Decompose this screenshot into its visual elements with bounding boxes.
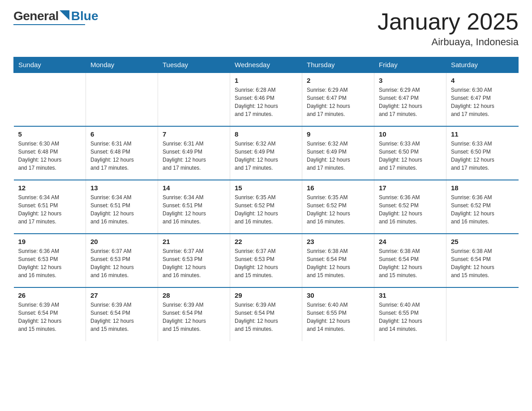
svg-marker-0 — [60, 10, 69, 20]
calendar-cell: 27Sunrise: 6:39 AMSunset: 6:54 PMDayligh… — [86, 287, 158, 341]
calendar-cell: 13Sunrise: 6:34 AMSunset: 6:51 PMDayligh… — [86, 180, 158, 234]
day-info: Sunrise: 6:39 AMSunset: 6:54 PMDaylight:… — [90, 301, 153, 333]
calendar-week-row: 1Sunrise: 6:28 AMSunset: 6:46 PMDaylight… — [14, 73, 519, 126]
day-info: Sunrise: 6:40 AMSunset: 6:55 PMDaylight:… — [307, 301, 369, 333]
day-number: 26 — [18, 291, 82, 299]
logo: General Blue — [13, 9, 98, 25]
logo-general-text: General — [13, 9, 59, 23]
day-number: 27 — [90, 291, 153, 299]
day-number: 24 — [379, 238, 442, 245]
day-number: 16 — [307, 184, 369, 192]
location-title: Airbuaya, Indonesia — [378, 36, 519, 48]
day-info: Sunrise: 6:31 AMSunset: 6:49 PMDaylight:… — [163, 140, 225, 172]
calendar-week-row: 26Sunrise: 6:39 AMSunset: 6:54 PMDayligh… — [14, 287, 519, 341]
day-info: Sunrise: 6:40 AMSunset: 6:55 PMDaylight:… — [379, 301, 442, 333]
day-info: Sunrise: 6:39 AMSunset: 6:54 PMDaylight:… — [18, 301, 82, 333]
day-number: 10 — [379, 130, 442, 138]
calendar-cell — [86, 73, 158, 126]
day-number: 22 — [235, 238, 297, 245]
calendar-cell: 5Sunrise: 6:30 AMSunset: 6:48 PMDaylight… — [14, 126, 86, 180]
day-number: 17 — [379, 184, 442, 192]
calendar-cell: 29Sunrise: 6:39 AMSunset: 6:54 PMDayligh… — [230, 287, 302, 341]
day-number: 13 — [90, 184, 153, 192]
page-header: General Blue January 2025 Airbuaya, Indo… — [13, 9, 519, 48]
day-info: Sunrise: 6:36 AMSunset: 6:52 PMDaylight:… — [379, 193, 442, 226]
day-number: 18 — [451, 184, 514, 192]
day-info: Sunrise: 6:35 AMSunset: 6:52 PMDaylight:… — [235, 193, 297, 226]
calendar-cell: 1Sunrise: 6:28 AMSunset: 6:46 PMDaylight… — [230, 73, 302, 126]
day-number: 5 — [18, 130, 82, 138]
day-number: 30 — [307, 291, 369, 299]
calendar-cell: 19Sunrise: 6:36 AMSunset: 6:53 PMDayligh… — [14, 234, 86, 287]
calendar-header-thursday: Thursday — [302, 57, 374, 73]
day-info: Sunrise: 6:29 AMSunset: 6:47 PMDaylight:… — [379, 86, 442, 118]
day-info: Sunrise: 6:32 AMSunset: 6:49 PMDaylight:… — [307, 140, 369, 172]
calendar-cell: 21Sunrise: 6:37 AMSunset: 6:53 PMDayligh… — [158, 234, 230, 287]
calendar-cell — [158, 73, 230, 126]
day-number: 8 — [235, 130, 297, 138]
calendar-cell: 7Sunrise: 6:31 AMSunset: 6:49 PMDaylight… — [158, 126, 230, 180]
day-number: 23 — [307, 238, 369, 245]
day-number: 1 — [235, 77, 297, 84]
day-info: Sunrise: 6:32 AMSunset: 6:49 PMDaylight:… — [235, 140, 297, 172]
calendar-cell: 10Sunrise: 6:33 AMSunset: 6:50 PMDayligh… — [374, 126, 446, 180]
day-number: 7 — [163, 130, 225, 138]
calendar-cell: 17Sunrise: 6:36 AMSunset: 6:52 PMDayligh… — [374, 180, 446, 234]
logo-triangle-icon — [60, 10, 69, 20]
day-info: Sunrise: 6:37 AMSunset: 6:53 PMDaylight:… — [90, 247, 153, 279]
calendar-cell: 14Sunrise: 6:34 AMSunset: 6:51 PMDayligh… — [158, 180, 230, 234]
calendar-header-saturday: Saturday — [446, 57, 519, 73]
day-info: Sunrise: 6:33 AMSunset: 6:50 PMDaylight:… — [451, 140, 514, 172]
logo-blue-text: Blue — [71, 9, 99, 23]
day-number: 20 — [90, 238, 153, 245]
calendar-header-wednesday: Wednesday — [230, 57, 302, 73]
calendar-cell: 16Sunrise: 6:35 AMSunset: 6:52 PMDayligh… — [302, 180, 374, 234]
day-info: Sunrise: 6:34 AMSunset: 6:51 PMDaylight:… — [90, 193, 153, 226]
calendar-cell: 8Sunrise: 6:32 AMSunset: 6:49 PMDaylight… — [230, 126, 302, 180]
calendar-header-sunday: Sunday — [14, 57, 86, 73]
calendar-cell: 31Sunrise: 6:40 AMSunset: 6:55 PMDayligh… — [374, 287, 446, 341]
day-info: Sunrise: 6:34 AMSunset: 6:51 PMDaylight:… — [163, 193, 225, 226]
day-number: 11 — [451, 130, 514, 138]
day-number: 12 — [18, 184, 82, 192]
day-info: Sunrise: 6:37 AMSunset: 6:53 PMDaylight:… — [163, 247, 225, 279]
day-info: Sunrise: 6:35 AMSunset: 6:52 PMDaylight:… — [307, 193, 369, 226]
calendar-week-row: 19Sunrise: 6:36 AMSunset: 6:53 PMDayligh… — [14, 234, 519, 287]
day-info: Sunrise: 6:37 AMSunset: 6:53 PMDaylight:… — [235, 247, 297, 279]
day-number: 25 — [451, 238, 514, 245]
calendar-cell: 6Sunrise: 6:31 AMSunset: 6:48 PMDaylight… — [86, 126, 158, 180]
day-number: 19 — [18, 238, 82, 245]
calendar-cell: 11Sunrise: 6:33 AMSunset: 6:50 PMDayligh… — [446, 126, 519, 180]
day-number: 31 — [379, 291, 442, 299]
day-info: Sunrise: 6:39 AMSunset: 6:54 PMDaylight:… — [235, 301, 297, 333]
day-number: 21 — [163, 238, 225, 245]
calendar-week-row: 5Sunrise: 6:30 AMSunset: 6:48 PMDaylight… — [14, 126, 519, 180]
day-number: 6 — [90, 130, 153, 138]
day-info: Sunrise: 6:38 AMSunset: 6:54 PMDaylight:… — [379, 247, 442, 279]
day-info: Sunrise: 6:38 AMSunset: 6:54 PMDaylight:… — [307, 247, 369, 279]
calendar-cell: 23Sunrise: 6:38 AMSunset: 6:54 PMDayligh… — [302, 234, 374, 287]
calendar-cell: 3Sunrise: 6:29 AMSunset: 6:47 PMDaylight… — [374, 73, 446, 126]
day-info: Sunrise: 6:36 AMSunset: 6:52 PMDaylight:… — [451, 193, 514, 226]
day-info: Sunrise: 6:34 AMSunset: 6:51 PMDaylight:… — [18, 193, 82, 226]
day-info: Sunrise: 6:30 AMSunset: 6:48 PMDaylight:… — [18, 140, 82, 172]
calendar-cell: 24Sunrise: 6:38 AMSunset: 6:54 PMDayligh… — [374, 234, 446, 287]
calendar-week-row: 12Sunrise: 6:34 AMSunset: 6:51 PMDayligh… — [14, 180, 519, 234]
day-number: 2 — [307, 77, 369, 84]
calendar-cell: 22Sunrise: 6:37 AMSunset: 6:53 PMDayligh… — [230, 234, 302, 287]
day-info: Sunrise: 6:29 AMSunset: 6:47 PMDaylight:… — [307, 86, 369, 118]
day-info: Sunrise: 6:31 AMSunset: 6:48 PMDaylight:… — [90, 140, 153, 172]
calendar-header-tuesday: Tuesday — [158, 57, 230, 73]
calendar-cell: 28Sunrise: 6:39 AMSunset: 6:54 PMDayligh… — [158, 287, 230, 341]
day-info: Sunrise: 6:33 AMSunset: 6:50 PMDaylight:… — [379, 140, 442, 172]
calendar-header-monday: Monday — [86, 57, 158, 73]
calendar-cell: 15Sunrise: 6:35 AMSunset: 6:52 PMDayligh… — [230, 180, 302, 234]
day-info: Sunrise: 6:36 AMSunset: 6:53 PMDaylight:… — [18, 247, 82, 279]
day-number: 4 — [451, 77, 514, 84]
calendar-header-row: SundayMondayTuesdayWednesdayThursdayFrid… — [14, 57, 519, 73]
day-info: Sunrise: 6:28 AMSunset: 6:46 PMDaylight:… — [235, 86, 297, 118]
calendar-table: SundayMondayTuesdayWednesdayThursdayFrid… — [13, 57, 519, 341]
calendar-header-friday: Friday — [374, 57, 446, 73]
day-number: 15 — [235, 184, 297, 192]
calendar-cell: 20Sunrise: 6:37 AMSunset: 6:53 PMDayligh… — [86, 234, 158, 287]
